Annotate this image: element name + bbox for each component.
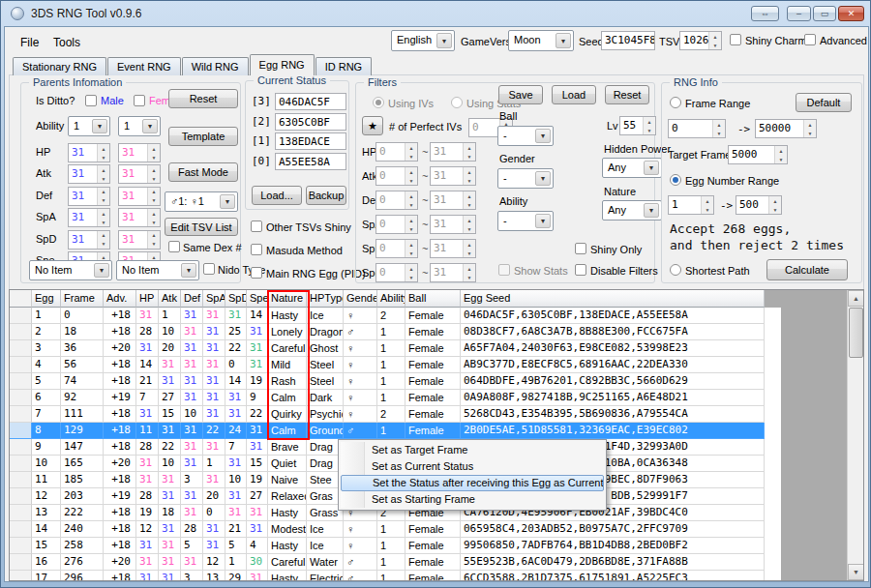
default-button[interactable]: Default bbox=[796, 93, 852, 112]
parent-female-iv-stepper[interactable]: 31▲▼ bbox=[118, 143, 161, 162]
column-header-ability[interactable]: Ability bbox=[377, 290, 405, 308]
edit-tsv-list-button[interactable]: Edit TSV List bbox=[165, 218, 238, 236]
spinner-arrows-icon[interactable]: ▲▼ bbox=[643, 117, 655, 134]
male-item-select[interactable]: No Item bbox=[29, 260, 112, 280]
tab-id-rng[interactable]: ID RNG bbox=[315, 57, 373, 75]
context-menu-item[interactable]: Set as Target Frame bbox=[341, 442, 604, 458]
spinner-arrows-icon[interactable]: ▲▼ bbox=[405, 167, 417, 185]
parent-female-iv-stepper[interactable]: 31▲▼ bbox=[118, 164, 161, 184]
column-header-ball[interactable]: Ball bbox=[405, 290, 461, 308]
parent-male-iv-stepper[interactable]: 31▲▼ bbox=[68, 187, 110, 206]
ditto-male-checkbox[interactable] bbox=[85, 95, 97, 106]
tab-stationary-rng[interactable]: Stationary RNG bbox=[13, 57, 106, 75]
frame-from-stepper[interactable]: 0▲▼ bbox=[668, 119, 726, 138]
ability-select[interactable]: - bbox=[497, 211, 554, 231]
column-header-adv[interactable]: Adv. bbox=[104, 290, 136, 308]
menu-tools[interactable]: Tools bbox=[49, 34, 84, 51]
filter-min-stepper[interactable]: 0▲▼ bbox=[375, 166, 418, 186]
ditto-female-checkbox[interactable] bbox=[134, 95, 145, 106]
spinner-arrows-icon[interactable]: ▲▼ bbox=[147, 144, 160, 162]
tsv-stepper[interactable]: 1026▲▼ bbox=[679, 31, 722, 50]
context-menu-item[interactable]: Set the Status after receiving this Egg … bbox=[341, 475, 604, 491]
table-row[interactable]: 456+1814313131031MildSteel♀1FemaleAB9C37… bbox=[10, 357, 781, 373]
fast-mode-button[interactable]: Fast Mode bbox=[168, 162, 238, 182]
game-version-select[interactable]: Moon bbox=[508, 30, 574, 51]
status-seed-field[interactable]: 138EDACE bbox=[275, 132, 346, 150]
grid-scrollbar[interactable]: ▲ ▼ bbox=[847, 290, 863, 580]
masuda-method-checkbox[interactable] bbox=[251, 244, 262, 255]
backup-button[interactable]: Backup bbox=[306, 186, 346, 205]
spinner-arrows-icon[interactable]: ▲▼ bbox=[712, 120, 725, 137]
filter-min-stepper[interactable]: 0▲▼ bbox=[375, 263, 418, 282]
column-header-egg[interactable]: Egg bbox=[32, 290, 61, 308]
filter-max-stepper[interactable]: 31▲▼ bbox=[430, 191, 476, 210]
spinner-arrows-icon[interactable]: ▲▼ bbox=[405, 143, 417, 161]
filter-min-stepper[interactable]: 0▲▼ bbox=[375, 239, 418, 258]
spinner-arrows-icon[interactable]: ▲▼ bbox=[97, 188, 109, 205]
spinner-arrows-icon[interactable]: ▲▼ bbox=[147, 209, 160, 226]
spinner-arrows-icon[interactable]: ▲▼ bbox=[147, 188, 160, 205]
scroll-down-icon[interactable]: ▼ bbox=[848, 564, 864, 580]
ball-select[interactable]: - bbox=[497, 126, 554, 146]
shiny-only-checkbox[interactable] bbox=[575, 243, 586, 254]
table-row[interactable]: 10+1831131313114HastyIce♀2Female046DAC5F… bbox=[10, 308, 781, 324]
column-header-spe[interactable]: Spe bbox=[247, 290, 268, 308]
frame-to-stepper[interactable]: 50000▲▼ bbox=[755, 119, 817, 138]
shortest-path-radio[interactable] bbox=[670, 264, 681, 276]
spinner-arrows-icon[interactable]: ▲▼ bbox=[405, 216, 417, 233]
other-tsvs-shiny-checkbox[interactable] bbox=[251, 220, 262, 232]
filter-max-stepper[interactable]: 31▲▼ bbox=[430, 215, 476, 234]
table-row[interactable]: 7111+18311510313122QuirkyPsychic♀2Female… bbox=[10, 406, 781, 423]
shiny-charm-checkbox[interactable] bbox=[730, 34, 741, 45]
scroll-up-icon[interactable]: ▲ bbox=[848, 290, 864, 307]
status-seed-field[interactable]: 6305C0BF bbox=[275, 113, 346, 131]
filter-max-stepper[interactable]: 31▲▼ bbox=[430, 166, 476, 186]
resize-toggle-button[interactable]: ⇔ bbox=[751, 6, 779, 21]
spinner-arrows-icon[interactable]: ▲▼ bbox=[97, 231, 109, 249]
spinner-arrows-icon[interactable]: ▲▼ bbox=[803, 120, 816, 137]
tab-event-rng[interactable]: Event RNG bbox=[107, 57, 181, 75]
spinner-arrows-icon[interactable]: ▲▼ bbox=[463, 216, 475, 233]
column-header-nature[interactable]: Nature bbox=[268, 290, 307, 308]
spinner-arrows-icon[interactable]: ▲▼ bbox=[147, 231, 160, 249]
parent-male-iv-stepper[interactable]: 31▲▼ bbox=[68, 208, 110, 227]
table-row[interactable]: 14240+18123128312131ModestIce♀1Female065… bbox=[10, 521, 781, 538]
spinner-arrows-icon[interactable]: ▲▼ bbox=[701, 196, 713, 214]
column-header-atk[interactable]: Atk bbox=[159, 290, 181, 308]
load-filters-button[interactable]: Load bbox=[552, 85, 596, 104]
filter-min-stepper[interactable]: 0▲▼ bbox=[375, 215, 418, 234]
parent-female-iv-stepper[interactable]: 31▲▼ bbox=[118, 230, 161, 250]
spinner-arrows-icon[interactable]: ▲▼ bbox=[405, 264, 417, 281]
load-status-button[interactable]: Load... bbox=[252, 186, 302, 205]
nature-select[interactable]: Any bbox=[602, 200, 662, 220]
lv-stepper[interactable]: 55▲▼ bbox=[619, 116, 656, 135]
status-seed-field[interactable]: 046DAC5F bbox=[275, 93, 346, 110]
table-row[interactable]: 692+197273131319CalmDark♀1Female0A9A808F… bbox=[10, 390, 781, 406]
parent-male-iv-stepper[interactable]: 31▲▼ bbox=[68, 164, 110, 184]
column-header-def[interactable]: Def bbox=[181, 290, 203, 308]
column-header-spd[interactable]: SpD bbox=[225, 290, 247, 308]
female-item-select[interactable]: No Item bbox=[116, 260, 199, 280]
spinner-arrows-icon[interactable]: ▲▼ bbox=[405, 191, 417, 209]
hidden-power-select[interactable]: Any bbox=[602, 158, 662, 178]
parent-female-iv-stepper[interactable]: 31▲▼ bbox=[118, 187, 161, 206]
using-stats-radio[interactable] bbox=[451, 97, 463, 108]
spinner-arrows-icon[interactable]: ▲▼ bbox=[463, 191, 475, 209]
filter-max-stepper[interactable]: 31▲▼ bbox=[430, 142, 476, 162]
parent-male-ability-select[interactable]: 1 bbox=[68, 116, 110, 136]
spinner-arrows-icon[interactable]: ▲▼ bbox=[774, 146, 787, 163]
save-filters-button[interactable]: Save bbox=[498, 85, 543, 104]
scrollbar-thumb[interactable] bbox=[849, 308, 863, 358]
spinner-arrows-icon[interactable]: ▲▼ bbox=[463, 143, 475, 161]
spinner-arrows-icon[interactable]: ▲▼ bbox=[463, 264, 475, 281]
spinner-arrows-icon[interactable]: ▲▼ bbox=[463, 167, 475, 185]
column-header-hptype[interactable]: HPType bbox=[307, 290, 344, 308]
language-select[interactable]: English bbox=[391, 30, 455, 51]
spinner-arrows-icon[interactable]: ▲▼ bbox=[708, 32, 721, 49]
filter-max-stepper[interactable]: 31▲▼ bbox=[430, 263, 476, 282]
parent-female-iv-stepper[interactable]: 31▲▼ bbox=[118, 208, 161, 227]
using-ivs-radio[interactable] bbox=[373, 97, 384, 108]
main-rng-egg-checkbox[interactable] bbox=[251, 267, 262, 279]
advanced-checkbox[interactable] bbox=[804, 34, 816, 45]
table-row[interactable]: 16276+2031313112130CarefulWater♂1Female5… bbox=[10, 554, 781, 571]
